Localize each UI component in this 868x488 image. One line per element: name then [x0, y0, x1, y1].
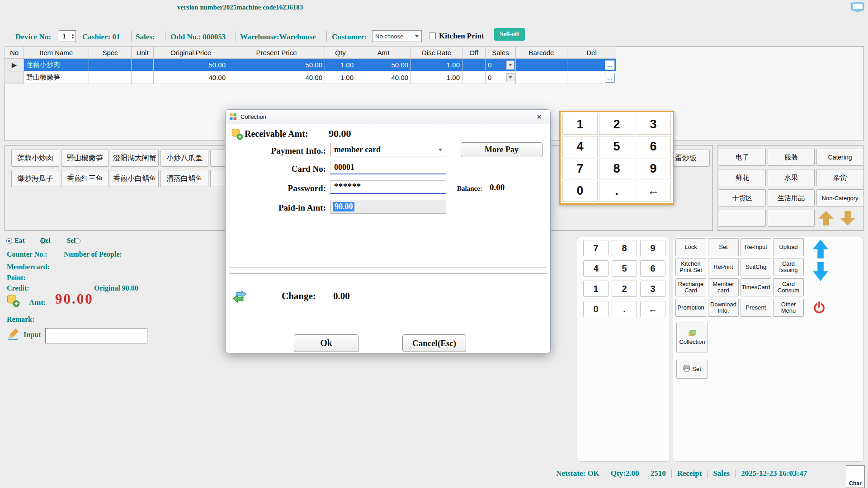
computer-icon[interactable] [851, 2, 864, 15]
cell-sales[interactable]: 0 [486, 71, 516, 84]
category-button[interactable]: 服装 [768, 149, 815, 166]
keypad-key[interactable]: 7 [562, 159, 598, 179]
menu-item-button[interactable]: 野山椒嫩笋 [61, 150, 109, 167]
radio-eat[interactable] [6, 238, 12, 244]
function-button-upload[interactable]: Upload [773, 238, 804, 256]
menu-item-button[interactable]: 清蒸白鲳鱼 [160, 170, 208, 187]
receivable-amt-value: 90.00 [329, 128, 351, 140]
col-header-original-price: Original Price [154, 47, 228, 59]
paid-in-amt-input[interactable]: 90.00 [330, 200, 446, 214]
keypad-key[interactable]: 2 [599, 114, 634, 135]
keypad-key[interactable]: 7 [583, 240, 609, 256]
close-icon[interactable]: ✕ [532, 113, 547, 121]
keypad-key[interactable]: 4 [583, 260, 609, 277]
cell-item-name[interactable]: 莲藕小炒肉 [24, 59, 89, 71]
keypad-key[interactable]: 6 [636, 136, 671, 157]
set-button[interactable]: Set [676, 360, 708, 379]
function-button-recharge-card[interactable]: Recharge Card [675, 278, 706, 296]
category-button[interactable]: Catering [816, 149, 863, 166]
sales-dropdown-icon[interactable] [506, 61, 514, 70]
sell-off-button[interactable]: Sell-off [494, 28, 525, 41]
card-no-input[interactable]: 00001 [330, 161, 446, 174]
keypad-key[interactable]: 6 [640, 260, 665, 277]
power-icon[interactable] [812, 301, 826, 316]
category-button-empty[interactable] [768, 210, 815, 227]
device-no-spinner[interactable]: 1 ▲▼ [59, 30, 76, 42]
function-button-card-issuing[interactable]: Card Issuing [773, 258, 804, 276]
kitchen-print-checkbox[interactable] [429, 33, 436, 39]
keypad-key[interactable]: 5 [599, 136, 634, 157]
amt-label: Amt: [29, 298, 46, 307]
row-selector-marker[interactable] [5, 71, 24, 84]
keypad-key[interactable]: 0 [562, 181, 598, 202]
keypad-key[interactable]: 0 [583, 301, 609, 317]
col-header-item-name: Item Name [24, 47, 89, 59]
keypad-key-backspace[interactable]: ← [640, 301, 665, 317]
keypad-key-dot[interactable]: . [612, 301, 637, 317]
del-more-button[interactable]: … [605, 60, 615, 70]
dialog-titlebar[interactable]: Collection ✕ [226, 110, 550, 124]
password-input[interactable]: ****** [330, 180, 446, 194]
cancel-button[interactable]: Cancel(Esc) [402, 334, 466, 352]
spinner-arrows-icon[interactable]: ▲▼ [70, 31, 75, 42]
menu-item-button[interactable]: 香煎小白鲳鱼 [111, 170, 159, 187]
keypad-key[interactable]: 3 [640, 281, 665, 297]
function-button-card-consum[interactable]: Card Consum [773, 278, 804, 296]
function-button-set[interactable]: Set [708, 238, 739, 256]
function-button-reprint[interactable]: RePrint [708, 258, 739, 276]
function-button-reinput[interactable]: Re-Input [741, 238, 771, 256]
cell-item-name[interactable]: 野山椒嫩笋 [24, 71, 89, 84]
cell-amt: 50.00 [356, 59, 411, 71]
order-table: No Item Name Spec Unit Original Price Pr… [5, 46, 616, 84]
function-button-lock[interactable]: Lock [675, 238, 706, 256]
menu-item-button[interactable]: 莲藕小炒肉 [11, 150, 59, 167]
keypad-key-dot[interactable]: . [599, 181, 634, 202]
category-button[interactable]: Non-Category [816, 189, 863, 206]
payment-method-select[interactable]: member card [330, 143, 446, 156]
function-button-download-info[interactable]: Download Info. [708, 299, 739, 317]
category-button[interactable]: 生活用品 [768, 189, 815, 206]
collection-button[interactable]: Collection [676, 323, 708, 352]
cell-spec [89, 71, 132, 84]
function-button-kitchen-print-set[interactable]: Kitchen Print Set [675, 258, 706, 276]
keypad-key[interactable]: 2 [612, 281, 637, 297]
menu-item-button[interactable]: 爆炒海瓜子 [11, 170, 59, 187]
keypad-key[interactable]: 1 [583, 281, 609, 297]
function-button-timescard[interactable]: TimesCard [741, 278, 771, 296]
sales-dropdown-icon[interactable] [506, 73, 514, 82]
keypad-key[interactable]: 4 [562, 136, 598, 157]
cell-sales[interactable]: 0 [486, 59, 516, 71]
keypad-key[interactable]: 1 [562, 114, 598, 135]
category-button[interactable]: 水果 [768, 169, 815, 186]
keypad-key[interactable]: 8 [599, 159, 634, 179]
customer-select[interactable]: No choose [372, 30, 422, 42]
more-pay-button[interactable]: More Pay [461, 142, 542, 157]
ok-button[interactable]: Ok [294, 334, 359, 352]
input-field[interactable] [45, 328, 147, 343]
keypad-key[interactable]: 8 [612, 240, 637, 256]
category-button[interactable]: 干货区 [719, 189, 766, 206]
category-button[interactable]: 杂货 [816, 169, 863, 186]
keypad-key[interactable]: 3 [636, 114, 671, 135]
paid-in-amt-selected-value: 90.00 [333, 202, 354, 211]
netstate-status: Netstate: OK [551, 469, 605, 478]
category-button[interactable]: 鲜花 [719, 169, 766, 186]
function-button-present[interactable]: Present [741, 299, 771, 317]
keypad-key[interactable]: 5 [612, 260, 637, 277]
category-button-empty[interactable] [719, 210, 766, 227]
keypad-key-backspace[interactable]: ← [636, 181, 671, 202]
keypad-key[interactable]: 9 [636, 159, 671, 179]
category-button[interactable]: 电子 [719, 149, 766, 166]
function-button-suitchg[interactable]: SuitChg [741, 258, 771, 276]
version-text: version number2025machine code16236183 [177, 4, 303, 11]
function-button-promotion[interactable]: Promotion [675, 299, 706, 317]
menu-item-button[interactable]: 小炒八爪鱼 [160, 150, 208, 167]
del-more-button[interactable]: … [605, 73, 615, 83]
row-selector-marker[interactable]: ▶ [5, 59, 24, 71]
ime-char-indicator[interactable]: Char [846, 465, 865, 488]
menu-item-button[interactable]: 香煎红三鱼 [61, 170, 109, 187]
menu-item-button[interactable]: 澄阳湖大闸蟹 [111, 150, 159, 167]
keypad-key[interactable]: 9 [640, 240, 665, 256]
function-button-other-menu[interactable]: Other Menu [773, 299, 804, 317]
function-button-member-card[interactable]: Member card [708, 278, 739, 296]
